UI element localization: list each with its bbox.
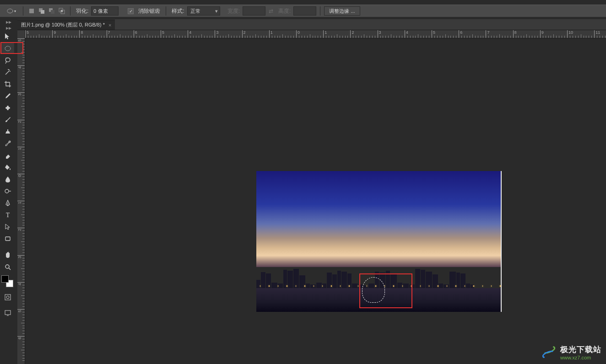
- svg-point-9: [5, 46, 11, 51]
- image-sky: [256, 171, 501, 267]
- width-label: 宽度:: [227, 7, 240, 15]
- separator: [166, 6, 166, 16]
- canvas-document[interactable]: [256, 171, 502, 312]
- paint-bucket-tool[interactable]: [1, 162, 14, 173]
- pen-tool[interactable]: [1, 198, 14, 209]
- svg-point-0: [7, 9, 13, 13]
- horizontal-ruler[interactable]: 59876543210123456789101112: [25, 30, 606, 38]
- lasso-tool[interactable]: [1, 55, 14, 66]
- document-tab-title: 图片1.png @ 100% (图层 0, RGB/8) *: [21, 21, 105, 28]
- watermark-url: www.xz7.com: [560, 355, 601, 360]
- selection-subtract-icon[interactable]: [47, 6, 56, 16]
- feather-input[interactable]: 0 像素: [91, 6, 119, 16]
- crop-tool[interactable]: [1, 79, 14, 90]
- canvas-area[interactable]: [25, 38, 606, 364]
- svg-rect-15: [5, 237, 10, 241]
- watermark-title: 极光下载站: [560, 344, 601, 355]
- svg-rect-3: [41, 10, 44, 14]
- height-label: 高度:: [278, 7, 291, 15]
- foreground-color[interactable]: [1, 275, 9, 283]
- svg-rect-1: [29, 9, 34, 13]
- svg-text:T: T: [6, 212, 10, 219]
- toolbox-collapse-icon[interactable]: ▸▸: [1, 26, 16, 30]
- image-skyline: [256, 266, 501, 288]
- magic-wand-tool[interactable]: [1, 67, 14, 78]
- style-label: 样式:: [172, 7, 184, 15]
- feather-label: 羽化:: [76, 7, 88, 15]
- selection-add-icon[interactable]: [37, 6, 46, 16]
- svg-point-16: [5, 265, 9, 268]
- move-tool[interactable]: [1, 31, 14, 42]
- separator: [70, 6, 70, 16]
- selection-new-icon[interactable]: [27, 6, 36, 16]
- zoom-tool[interactable]: [1, 262, 14, 273]
- path-selection-tool[interactable]: [1, 221, 14, 232]
- clone-stamp-tool[interactable]: [1, 126, 14, 137]
- toolbox: ▸▸ T: [1, 26, 16, 318]
- close-tab-icon[interactable]: ×: [108, 22, 111, 28]
- color-swatch[interactable]: [1, 275, 13, 287]
- blur-tool[interactable]: [1, 174, 14, 185]
- antialias-checkbox[interactable]: ✓: [128, 8, 134, 14]
- height-input: [293, 6, 316, 16]
- healing-brush-tool[interactable]: [1, 102, 14, 113]
- eyedropper-tool[interactable]: [1, 91, 14, 102]
- document-tab-bar: 图片1.png @ 100% (图层 0, RGB/8) * ×: [17, 19, 606, 30]
- selection-intersect-icon[interactable]: [57, 6, 66, 16]
- elliptical-marquee-tool[interactable]: [1, 43, 14, 54]
- eraser-tool[interactable]: [1, 150, 14, 161]
- watermark: 极光下载站 www.xz7.com: [542, 344, 601, 360]
- svg-rect-19: [5, 310, 11, 315]
- document-tab[interactable]: 图片1.png @ 100% (图层 0, RGB/8) * ×: [17, 20, 115, 30]
- type-tool[interactable]: T: [1, 209, 14, 220]
- width-input: [243, 6, 265, 16]
- shape-tool[interactable]: [1, 233, 14, 244]
- dodge-tool[interactable]: [1, 186, 14, 197]
- antialias-label: 消除锯齿: [138, 7, 160, 15]
- separator: [320, 6, 320, 16]
- current-tool-icon[interactable]: ▾: [3, 6, 19, 16]
- vertical-ruler[interactable]: 543210123456: [17, 30, 25, 364]
- collapse-panels-icon[interactable]: ▸▸: [0, 19, 17, 25]
- watermark-logo-icon: [542, 345, 557, 360]
- hand-tool[interactable]: [1, 250, 14, 261]
- refine-edge-button[interactable]: 调整边缘 ...: [324, 6, 360, 16]
- quick-mask-icon[interactable]: [1, 292, 14, 303]
- history-brush-tool[interactable]: [1, 138, 14, 149]
- separator: [23, 6, 23, 16]
- svg-rect-11: [7, 106, 9, 110]
- image-water: [256, 288, 501, 312]
- svg-rect-5: [51, 10, 54, 14]
- svg-rect-8: [61, 10, 63, 12]
- style-dropdown[interactable]: 正常: [187, 6, 220, 16]
- svg-point-18: [6, 296, 9, 299]
- svg-rect-17: [5, 294, 11, 300]
- swap-dimensions-icon: ⇄: [266, 6, 276, 16]
- svg-point-13: [5, 189, 9, 193]
- brush-tool[interactable]: [1, 114, 14, 125]
- screen-mode-icon[interactable]: [1, 307, 14, 318]
- options-bar: ▾ 羽化: 0 像素 ✓ 消除锯齿 样式: 正常 宽度: ⇄ 高度: 调整边缘 …: [0, 5, 606, 17]
- image-lights: [256, 285, 501, 289]
